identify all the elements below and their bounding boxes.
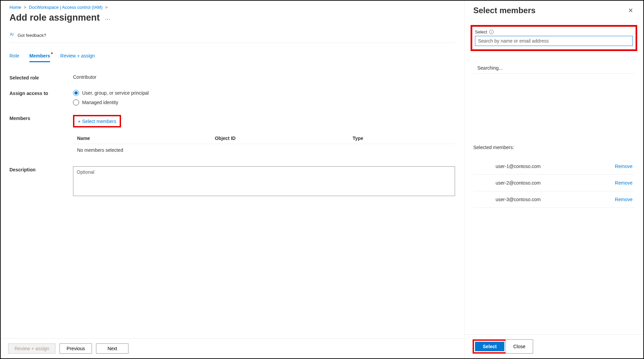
selected-members-heading: Selected members: bbox=[473, 145, 635, 150]
feedback-icon bbox=[9, 32, 15, 38]
selected-member-row: user-3@contoso.com Remove bbox=[473, 191, 635, 208]
assign-access-label: Assign access to bbox=[9, 90, 73, 96]
highlight-select-button: Select bbox=[473, 339, 507, 354]
close-button[interactable]: Close bbox=[505, 339, 533, 354]
selected-member-row: user-1@contoso.com Remove bbox=[473, 158, 635, 175]
select-members-panel: Select members ✕ Select i Searching... S… bbox=[464, 1, 643, 358]
feedback-label: Got feedback? bbox=[18, 33, 46, 38]
tab-role[interactable]: Role bbox=[9, 53, 19, 62]
radio-checked-icon bbox=[73, 90, 79, 96]
selected-role-value: Contributor bbox=[73, 74, 455, 80]
svg-point-0 bbox=[10, 33, 12, 34]
description-input[interactable] bbox=[73, 166, 455, 196]
chevron-right-icon: > bbox=[105, 5, 108, 10]
col-type: Type bbox=[353, 136, 451, 141]
select-members-link[interactable]: + Select members bbox=[74, 116, 120, 126]
selected-member-row: user-2@contoso.com Remove bbox=[473, 175, 635, 191]
radio-user-group-sp[interactable]: User, group, or service principal bbox=[73, 90, 149, 96]
more-actions-button[interactable]: … bbox=[104, 14, 111, 21]
panel-title: Select members bbox=[473, 6, 535, 15]
search-input[interactable] bbox=[475, 36, 633, 46]
breadcrumb-home[interactable]: Home bbox=[9, 5, 21, 10]
page-title: Add role assignment bbox=[9, 13, 100, 23]
tab-indicator-dot bbox=[51, 52, 53, 54]
previous-button[interactable]: Previous bbox=[59, 343, 92, 354]
info-icon[interactable]: i bbox=[489, 30, 494, 34]
col-name: Name bbox=[77, 136, 215, 141]
review-assign-button[interactable]: Review + assign bbox=[8, 343, 55, 354]
remove-member-link[interactable]: Remove bbox=[615, 180, 633, 186]
select-label: Select bbox=[475, 29, 487, 34]
highlight-select-members: + Select members bbox=[73, 115, 121, 127]
breadcrumb: Home > DocWorkspace | Access control (IA… bbox=[9, 5, 455, 10]
breadcrumb-workspace[interactable]: DocWorkspace | Access control (IAM) bbox=[29, 5, 103, 10]
plus-icon: + bbox=[78, 118, 81, 124]
members-table-header: Name Object ID Type bbox=[73, 133, 455, 144]
select-members-text: Select members bbox=[82, 119, 116, 124]
feedback-link[interactable]: Got feedback? bbox=[9, 32, 455, 43]
highlight-search: Select i bbox=[471, 25, 637, 51]
remove-member-link[interactable]: Remove bbox=[615, 197, 633, 202]
radio-managed-label: Managed identity bbox=[82, 100, 118, 105]
radio-user-label: User, group, or service principal bbox=[82, 90, 149, 96]
member-email: user-3@contoso.com bbox=[475, 197, 541, 202]
radio-managed-identity[interactable]: Managed identity bbox=[73, 99, 149, 105]
member-email: user-1@contoso.com bbox=[475, 164, 541, 169]
col-object-id: Object ID bbox=[215, 136, 352, 141]
tab-review-assign[interactable]: Review + assign bbox=[60, 53, 95, 62]
footer-bar: Review + assign Previous Next bbox=[1, 338, 464, 358]
description-label: Description bbox=[9, 166, 73, 196]
tab-members-label: Members bbox=[29, 53, 50, 58]
selected-role-label: Selected role bbox=[9, 74, 73, 80]
radio-unchecked-icon bbox=[73, 99, 79, 105]
select-button[interactable]: Select bbox=[475, 342, 504, 351]
remove-member-link[interactable]: Remove bbox=[615, 164, 633, 169]
member-email: user-2@contoso.com bbox=[475, 180, 541, 186]
next-button[interactable]: Next bbox=[96, 343, 128, 354]
close-icon[interactable]: ✕ bbox=[627, 5, 635, 16]
members-label: Members bbox=[9, 115, 73, 121]
panel-footer: Select Close bbox=[464, 334, 643, 358]
searching-status: Searching... bbox=[473, 63, 635, 74]
tab-members[interactable]: Members bbox=[29, 53, 50, 62]
members-table-empty: No members selected bbox=[73, 144, 455, 156]
tabs: Role Members Review + assign bbox=[9, 53, 455, 62]
chevron-right-icon: > bbox=[24, 5, 26, 10]
